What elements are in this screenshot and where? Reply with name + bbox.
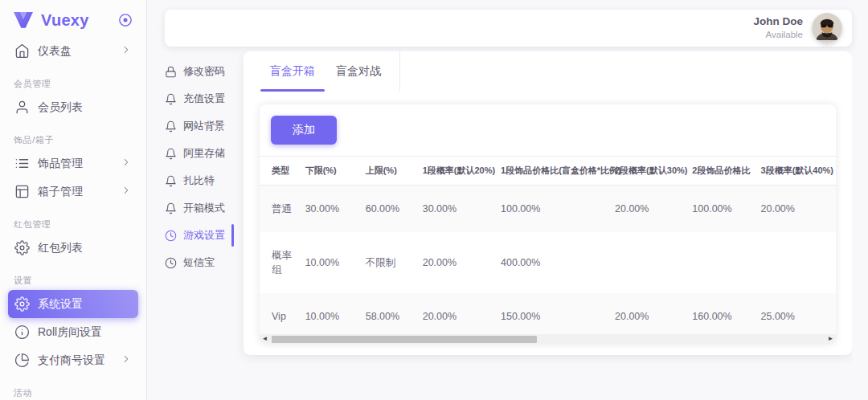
column-header: 2段饰品价格比 — [686, 157, 754, 186]
table-cell: 普通 — [260, 186, 299, 233]
horizontal-scrollbar[interactable]: ◄ ► — [260, 334, 836, 344]
main-column: John Doe Available 修改密码充值设置网站背景阿里存储扎比特开箱 — [147, 0, 868, 400]
table-row: Vip10.00%58.00%20.00%150.00%20.00%160.00… — [260, 293, 836, 334]
sidebar-item-label: 饰品管理 — [38, 157, 83, 171]
submenu-item-label: 扎比特 — [183, 173, 215, 188]
gear-icon — [14, 296, 30, 312]
scroll-right-arrow-icon[interactable]: ► — [825, 334, 836, 344]
table-cell — [608, 232, 686, 293]
chevron-right-icon — [121, 353, 132, 367]
tab-blind-box-battle[interactable]: 盲盒对战 — [326, 51, 391, 92]
table-cell: 100.00% — [686, 186, 754, 233]
box-icon — [14, 184, 30, 199]
column-header: 1段概率(默认20%) — [416, 157, 494, 186]
column-header: 类型 — [260, 157, 299, 186]
nav-section-heading: 饰品/箱子 — [14, 134, 133, 146]
sidebar-item-dashboard[interactable]: 仪表盘 — [8, 37, 138, 65]
submenu-item-label: 开箱模式 — [183, 201, 225, 215]
logo-row: Vuexy — [0, 0, 146, 37]
chevron-right-icon — [121, 185, 132, 198]
bell-icon — [165, 93, 177, 105]
submenu-item-label: 游戏设置 — [183, 228, 225, 243]
submenu-item-label: 充值设置 — [183, 92, 225, 106]
table-cell: 30.00% — [299, 186, 359, 233]
logo-text: Vuexy — [41, 11, 110, 30]
clock-icon — [165, 230, 177, 242]
column-header: 下限(%) — [299, 157, 359, 186]
scroll-left-arrow-icon[interactable]: ◄ — [260, 334, 270, 344]
table-cell: 160.00% — [686, 293, 754, 334]
avatar[interactable] — [812, 13, 842, 43]
table-cell: 100.00% — [494, 186, 608, 233]
sidebar-item-label: 箱子管理 — [38, 185, 83, 199]
tabs-divider — [399, 51, 400, 92]
submenu-item-site-background[interactable]: 网站背景 — [165, 112, 231, 140]
column-header: 上限(%) — [359, 157, 416, 186]
sidebar-item-label: 系统设置 — [38, 297, 83, 312]
probability-table: 类型下限(%)上限(%)1段概率(默认20%)1段饰品价格比(盲盒价格*比例)2… — [260, 156, 836, 334]
nav-section-heading: 会员管理 — [14, 78, 133, 90]
table-toolbar: 添加 — [260, 104, 836, 156]
sidebar-item-label: 会员列表 — [38, 100, 83, 115]
submenu-item-game-settings[interactable]: 游戏设置 — [165, 222, 231, 249]
bell-icon — [165, 202, 177, 214]
table-header-row: 类型下限(%)上限(%)1段概率(默认20%)1段饰品价格比(盲盒价格*比例)2… — [260, 157, 836, 186]
table-body: 普通30.00%60.00%30.00%100.00%20.00%100.00%… — [260, 186, 836, 335]
tab-blind-box-open[interactable]: 盲盒开箱 — [260, 51, 326, 92]
table-row: 概率组10.00%不限制20.00%400.00% — [260, 232, 836, 293]
table-cell — [686, 232, 754, 293]
table-cell: 25.00% — [755, 293, 836, 334]
sidebar-item-label: 仪表盘 — [38, 44, 72, 59]
info-icon — [14, 324, 30, 340]
submenu-item-label: 短信宝 — [183, 255, 215, 270]
bell-icon — [165, 148, 177, 160]
sidebar-item-system-settings[interactable]: 系统设置 — [8, 290, 138, 318]
sidebar-item-payment-settings[interactable]: 支付商号设置 — [8, 346, 138, 374]
table-cell: 20.00% — [416, 293, 494, 334]
add-button[interactable]: 添加 — [271, 116, 337, 145]
nav-section-heading: 活动 — [14, 387, 133, 399]
submenu-item-open-box-mode[interactable]: 开箱模式 — [165, 194, 231, 222]
table-cell: 20.00% — [608, 186, 686, 233]
submenu-item-label: 阿里存储 — [183, 146, 225, 161]
column-header: 3段概率(默认40%) — [755, 157, 836, 186]
submenu-item-change-password[interactable]: 修改密码 — [165, 58, 231, 85]
user-info[interactable]: John Doe Available — [753, 15, 803, 40]
scrollbar-thumb[interactable] — [272, 336, 537, 343]
sidebar-nav: 仪表盘会员管理会员列表饰品/箱子饰品管理箱子管理红包管理红包列表设置系统设置Ro… — [0, 37, 146, 399]
clock-icon — [165, 257, 177, 269]
tab-bar: 盲盒开箱盲盒对战 — [244, 51, 852, 92]
topbar: John Doe Available — [165, 10, 852, 47]
table-cell: 400.00% — [494, 232, 608, 293]
table-cell: 不限制 — [359, 232, 416, 293]
table-cell: 20.00% — [608, 293, 686, 334]
app-root: Vuexy 仪表盘会员管理会员列表饰品/箱子饰品管理箱子管理红包管理红包列表设置… — [0, 0, 868, 400]
table-wrap: 类型下限(%)上限(%)1段概率(默认20%)1段饰品价格比(盲盒价格*比例)2… — [260, 156, 836, 334]
submenu-item-recharge-settings[interactable]: 充值设置 — [165, 85, 231, 112]
sidebar-item-member-list[interactable]: 会员列表 — [8, 93, 138, 121]
nav-section-heading: 设置 — [14, 275, 133, 287]
submenu-item-sms-bao[interactable]: 短信宝 — [165, 249, 231, 276]
table-row: 普通30.00%60.00%30.00%100.00%20.00%100.00%… — [260, 186, 836, 233]
table-cell: 10.00% — [299, 293, 359, 334]
bell-icon — [165, 120, 177, 133]
pie-icon — [14, 353, 30, 368]
user-icon — [14, 100, 30, 115]
sidebar-item-redpacket-list[interactable]: 红包列表 — [8, 234, 138, 262]
table-cell: 150.00% — [494, 293, 608, 334]
table-cell: Vip — [260, 293, 299, 334]
sidebar-item-box-manage[interactable]: 箱子管理 — [8, 178, 138, 206]
sidebar-item-decoration-manage[interactable]: 饰品管理 — [8, 149, 138, 178]
sidebar-item-roll-room-settings[interactable]: Roll房间设置 — [8, 318, 138, 346]
submenu-item-label: 网站背景 — [183, 119, 225, 133]
table-cell: 58.00% — [359, 293, 416, 334]
sidebar: Vuexy 仪表盘会员管理会员列表饰品/箱子饰品管理箱子管理红包管理红包列表设置… — [0, 0, 147, 400]
table-cell — [755, 232, 836, 293]
menu-pin-toggle-icon[interactable] — [117, 12, 133, 28]
settings-submenu: 修改密码充值设置网站背景阿里存储扎比特开箱模式游戏设置短信宝 — [165, 51, 231, 400]
submenu-item-zhabite[interactable]: 扎比特 — [165, 167, 231, 194]
sidebar-item-label: 红包列表 — [38, 241, 83, 255]
table-cell: 概率组 — [260, 232, 299, 293]
submenu-item-ali-storage[interactable]: 阿里存储 — [165, 140, 231, 167]
content-body: 修改密码充值设置网站背景阿里存储扎比特开箱模式游戏设置短信宝 盲盒开箱盲盒对战 … — [165, 51, 852, 400]
